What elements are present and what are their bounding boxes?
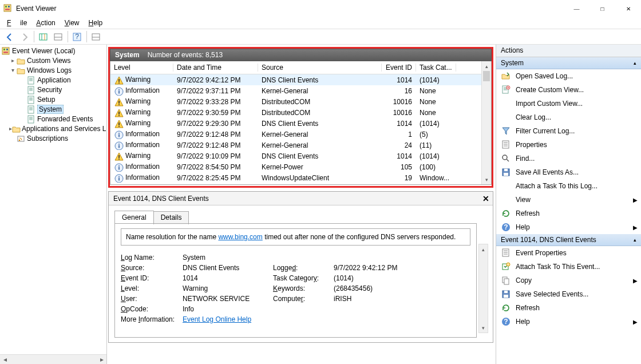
event-row[interactable]: Information9/7/2022 9:37:11 PMKernel-Gen… bbox=[110, 85, 491, 96]
detail-scrollbar[interactable]: ▴ ▾ bbox=[478, 244, 488, 333]
tab-general[interactable]: General bbox=[114, 211, 154, 224]
event-detail-close-button[interactable]: ✕ bbox=[482, 194, 489, 203]
tree-subscriptions[interactable]: Subscriptions bbox=[0, 133, 106, 143]
menu-file[interactable]: File bbox=[2, 18, 31, 28]
highlight-annotation: System Number of events: 8,513 Level Dat… bbox=[108, 47, 493, 188]
tree-windows-logs[interactable]: ▾ Windows Logs bbox=[0, 65, 106, 75]
information-icon bbox=[114, 173, 123, 183]
collapse-icon: ▴ bbox=[634, 237, 636, 243]
warning-icon bbox=[114, 152, 123, 161]
window-minimize-button[interactable]: — bbox=[564, 0, 589, 17]
collapse-icon: ▴ bbox=[634, 60, 636, 66]
tree-root[interactable]: Event Viewer (Local) bbox=[0, 46, 106, 56]
collapse-icon[interactable]: ▾ bbox=[9, 67, 16, 74]
column-source[interactable]: Source bbox=[258, 64, 382, 72]
action-save-selected-events[interactable]: Save Selected Events... bbox=[496, 287, 641, 301]
log-header-title: System bbox=[115, 51, 140, 59]
action-clear-log[interactable]: Clear Log... bbox=[496, 110, 641, 124]
action-open-saved-log[interactable]: Open Saved Log... bbox=[496, 69, 641, 83]
event-properties-grid: Log Name:System Source:DNS Client Events… bbox=[121, 254, 470, 323]
actions-pane-title: Actions bbox=[496, 45, 641, 57]
window-maximize-button[interactable]: □ bbox=[589, 0, 615, 17]
event-row[interactable]: Information9/7/2022 8:54:50 PMKernel-Pow… bbox=[110, 161, 491, 172]
information-icon bbox=[114, 86, 123, 96]
tree-app-services-logs[interactable]: ▸ Applications and Services Logs bbox=[0, 124, 106, 133]
toolbar bbox=[0, 29, 641, 45]
toolbar-back-button[interactable] bbox=[2, 30, 16, 43]
chevron-right-icon: ▶ bbox=[633, 224, 638, 231]
warning-icon bbox=[114, 97, 123, 106]
tree-log-system[interactable]: System bbox=[0, 104, 106, 114]
action-refresh[interactable]: Refresh bbox=[496, 207, 641, 220]
event-detail-title: Event 1014, DNS Client Events bbox=[113, 195, 209, 203]
information-icon bbox=[114, 130, 123, 139]
actions-pane: Actions System▴ Open Saved Log... Create… bbox=[496, 45, 641, 364]
toolbar-preview-button[interactable] bbox=[51, 30, 65, 43]
menubar: File Action View Help bbox=[0, 17, 641, 29]
event-row[interactable]: Warning9/7/2022 9:33:28 PMDistributedCOM… bbox=[110, 96, 491, 107]
actions-section-selected-event[interactable]: Event 1014, DNS Client Events▴ bbox=[496, 234, 641, 246]
actions-section-system[interactable]: System▴ bbox=[496, 57, 641, 69]
tree-log-setup[interactable]: Setup bbox=[0, 94, 106, 104]
detail-tab-body: Name resolution for the name www.bing.co… bbox=[114, 223, 477, 338]
chevron-right-icon: ▶ bbox=[633, 197, 638, 203]
event-row[interactable]: Information9/7/2022 9:12:48 PMKernel-Gen… bbox=[110, 140, 491, 151]
event-list-header: Level Date and Time Source Event ID Task… bbox=[110, 61, 491, 74]
action-attach-task-log[interactable]: Attach a Task To this Log... bbox=[496, 179, 641, 193]
toolbar-show-panes-button[interactable] bbox=[36, 30, 50, 43]
event-online-help-link[interactable]: Event Log Online Help bbox=[183, 315, 251, 323]
toolbar-forward-button[interactable] bbox=[17, 30, 31, 43]
column-taskcat[interactable]: Task Cat... bbox=[416, 64, 456, 72]
detail-tabs: General Details bbox=[114, 210, 493, 223]
event-row[interactable]: Information9/7/2022 9:12:48 PMKernel-Gen… bbox=[110, 129, 491, 140]
expand-icon[interactable]: ▸ bbox=[9, 57, 16, 64]
window-close-button[interactable]: ✕ bbox=[615, 0, 641, 17]
action-view-submenu[interactable]: View▶ bbox=[496, 193, 641, 207]
console-tree: Event Viewer (Local) ▸ Custom Views ▾ Wi… bbox=[0, 45, 107, 364]
toolbar-preview-pane-button[interactable] bbox=[89, 30, 102, 43]
event-detail-header: Event 1014, DNS Client Events ✕ bbox=[109, 192, 493, 205]
action-attach-task-event[interactable]: Attach Task To This Event... bbox=[496, 260, 641, 274]
column-eventid[interactable]: Event ID bbox=[382, 64, 416, 72]
action-import-custom-view[interactable]: Import Custom View... bbox=[496, 97, 641, 110]
event-row[interactable]: Warning9/7/2022 9:30:59 PMDistributedCOM… bbox=[110, 107, 491, 118]
event-row[interactable]: Information9/7/2022 8:25:45 PMWindowsUpd… bbox=[110, 172, 491, 183]
event-list-scrollbar[interactable]: ▴ ▾ bbox=[481, 61, 491, 184]
tree-log-security[interactable]: Security bbox=[0, 85, 106, 94]
action-help[interactable]: Help▶ bbox=[496, 220, 641, 234]
column-level[interactable]: Level bbox=[110, 64, 173, 72]
toolbar-separator bbox=[68, 31, 68, 42]
action-copy[interactable]: Copy▶ bbox=[496, 274, 641, 287]
column-datetime[interactable]: Date and Time bbox=[173, 64, 258, 72]
menu-help[interactable]: Help bbox=[84, 18, 108, 28]
chevron-right-icon: ▶ bbox=[633, 278, 638, 284]
action-properties[interactable]: Properties bbox=[496, 138, 641, 152]
tree-custom-views[interactable]: ▸ Custom Views bbox=[0, 56, 106, 65]
toolbar-separator bbox=[86, 31, 87, 42]
toolbar-help-button[interactable] bbox=[70, 30, 84, 43]
log-header: System Number of events: 8,513 bbox=[110, 49, 492, 61]
action-find[interactable]: Find... bbox=[496, 152, 641, 165]
action-help-event[interactable]: Help▶ bbox=[496, 315, 641, 329]
tab-details[interactable]: Details bbox=[153, 211, 189, 224]
action-create-custom-view[interactable]: Create Custom View... bbox=[496, 83, 641, 97]
action-save-all-events[interactable]: Save All Events As... bbox=[496, 165, 641, 179]
event-count: Number of events: 8,513 bbox=[148, 51, 223, 59]
information-icon bbox=[114, 163, 123, 172]
event-message-link[interactable]: www.bing.com bbox=[218, 233, 262, 241]
action-refresh-event[interactable]: Refresh bbox=[496, 301, 641, 315]
action-event-properties[interactable]: Event Properties bbox=[496, 246, 641, 260]
event-row[interactable]: Warning9/7/2022 9:10:09 PMDNS Client Eve… bbox=[110, 151, 491, 161]
tree-log-forwarded[interactable]: Forwarded Events bbox=[0, 114, 106, 124]
event-detail-panel: Event 1014, DNS Client Events ✕ General … bbox=[108, 191, 493, 343]
chevron-right-icon: ▶ bbox=[633, 319, 638, 325]
tree-horizontal-scrollbar[interactable]: ◂▸ bbox=[0, 354, 106, 364]
event-row[interactable]: Warning9/7/2022 9:29:30 PMDNS Client Eve… bbox=[110, 118, 491, 129]
app-icon bbox=[3, 4, 13, 13]
warning-icon bbox=[114, 108, 123, 117]
menu-view[interactable]: View bbox=[60, 18, 84, 28]
event-row[interactable]: Warning9/7/2022 9:42:12 PMDNS Client Eve… bbox=[110, 74, 491, 85]
menu-action[interactable]: Action bbox=[31, 18, 60, 28]
tree-log-application[interactable]: Application bbox=[0, 75, 106, 85]
action-filter-log[interactable]: Filter Current Log... bbox=[496, 124, 641, 138]
